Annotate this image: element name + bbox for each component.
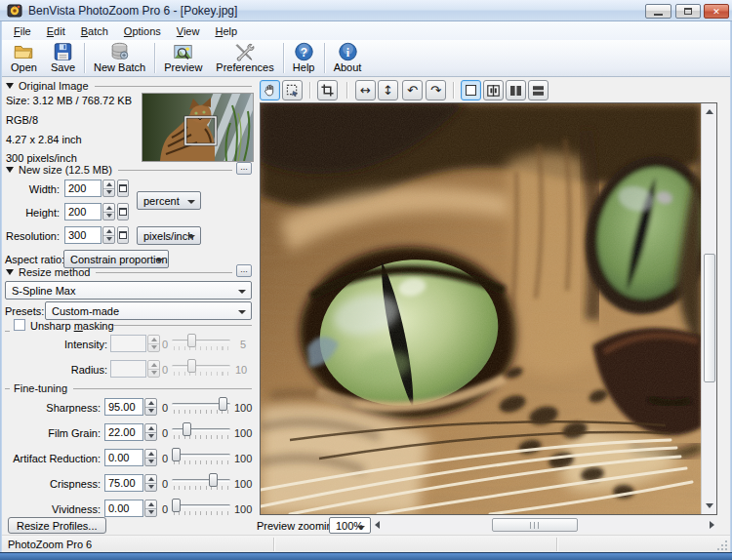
- toolbar-separator: [283, 43, 284, 73]
- width-label: Width:: [5, 183, 60, 195]
- crop-tool-button[interactable]: [317, 80, 338, 100]
- size-unit-dropdown[interactable]: percent: [137, 191, 201, 210]
- horizontal-scrollbar[interactable]: [373, 517, 716, 533]
- collapse-triangle-icon: [6, 83, 14, 89]
- vertical-scroll-thumb[interactable]: [704, 254, 715, 382]
- intensity-label: Intensity:: [29, 339, 107, 350]
- preview-zoom-dropdown[interactable]: 100%: [329, 517, 371, 534]
- height-spinner[interactable]: [102, 203, 115, 220]
- about-label: About: [334, 61, 362, 73]
- window-frame: [0, 21, 2, 552]
- sharpness-input[interactable]: [104, 398, 143, 416]
- flip-vertical-button[interactable]: ↕: [378, 80, 398, 100]
- film-grain-spinner[interactable]: [144, 423, 157, 441]
- original-image-header[interactable]: Original Image: [6, 80, 252, 92]
- scroll-left-icon[interactable]: [375, 521, 380, 529]
- menu-help[interactable]: Help: [207, 23, 245, 39]
- view-single-icon: [466, 85, 476, 96]
- resolution-spinner[interactable]: [102, 226, 115, 244]
- radius-input: [110, 360, 146, 378]
- save-button[interactable]: Save: [44, 40, 82, 76]
- preview-image[interactable]: [261, 103, 702, 514]
- view-split-horizontal-icon: [532, 85, 545, 97]
- title-bar[interactable]: BenVista PhotoZoom Pro 6 - [Pokey.jpg]: [0, 0, 732, 21]
- artifact-reduction-spinner[interactable]: [144, 449, 157, 466]
- vividness-input[interactable]: [104, 500, 143, 517]
- hand-tool-button[interactable]: [260, 80, 280, 100]
- section-title: Fine-tuning: [14, 382, 67, 394]
- scroll-up-icon[interactable]: [706, 109, 713, 114]
- width-spinner[interactable]: [102, 180, 115, 197]
- height-input[interactable]: [64, 203, 102, 220]
- menu-edit[interactable]: Edit: [39, 23, 73, 39]
- resolution-unit-dropdown[interactable]: pixels/inch: [137, 226, 201, 245]
- crispness-label: Crispness:: [5, 478, 101, 490]
- main-toolbar: Open Save New Batch Preview Preferences …: [2, 40, 730, 77]
- section-title: Resize method: [19, 266, 90, 278]
- view-split-horizontal-button[interactable]: [528, 80, 549, 100]
- film-grain-input[interactable]: [104, 423, 143, 441]
- vividness-label: Vividness:: [5, 503, 101, 515]
- sharpness-spinner[interactable]: [144, 398, 157, 416]
- resize-profiles-button[interactable]: Resize Profiles...: [8, 517, 106, 534]
- presets-dropdown[interactable]: Custom-made: [45, 301, 252, 320]
- scroll-down-icon[interactable]: [706, 503, 713, 508]
- maximize-button[interactable]: [675, 4, 701, 19]
- new-size-more-button[interactable]: ...: [236, 162, 252, 175]
- vertical-scrollbar[interactable]: [701, 103, 716, 514]
- help-icon: ?: [293, 41, 315, 62]
- vividness-slider[interactable]: [172, 498, 230, 517]
- width-input[interactable]: [64, 180, 102, 197]
- horizontal-scroll-thumb[interactable]: [492, 518, 578, 532]
- new-batch-button[interactable]: New Batch: [87, 40, 152, 76]
- sharpness-slider[interactable]: [172, 396, 230, 416]
- about-button[interactable]: i About: [327, 40, 369, 76]
- resolution-label: Resolution:: [5, 230, 60, 242]
- vividness-spinner[interactable]: [144, 500, 157, 517]
- height-label: Height:: [5, 207, 60, 219]
- resize-method-more-button[interactable]: ...: [236, 264, 252, 277]
- preview-button[interactable]: Preview: [157, 40, 209, 76]
- view-split-vertical-button[interactable]: [506, 80, 526, 100]
- help-button[interactable]: ? Help: [286, 40, 322, 76]
- chevron-down-icon: [238, 310, 246, 314]
- save-floppy-icon: [52, 41, 74, 62]
- preferences-button[interactable]: Preferences: [209, 40, 280, 76]
- scroll-right-icon[interactable]: [710, 521, 714, 529]
- section-title: Original Image: [19, 80, 89, 92]
- menu-options[interactable]: Options: [116, 23, 169, 39]
- resolution-preset-button[interactable]: [117, 226, 129, 244]
- flip-horizontal-button[interactable]: ↔: [355, 80, 376, 100]
- minimize-button[interactable]: [645, 4, 671, 19]
- section-title: New size (12.5 MB): [19, 164, 112, 176]
- open-button[interactable]: Open: [4, 40, 44, 76]
- crispness-spinner[interactable]: [144, 474, 157, 492]
- menu-file[interactable]: File: [6, 23, 39, 39]
- resize-grip[interactable]: [717, 540, 728, 550]
- menu-view[interactable]: View: [169, 23, 208, 39]
- new-size-header[interactable]: New size (12.5 MB): [6, 164, 232, 176]
- artifact-reduction-input[interactable]: [104, 449, 143, 466]
- rotate-ccw-button[interactable]: ↶: [402, 80, 423, 100]
- artifact-reduction-slider[interactable]: [172, 447, 230, 466]
- presets-label: Presets:: [5, 305, 44, 317]
- height-preset-button[interactable]: [117, 203, 129, 220]
- width-preset-button[interactable]: [117, 180, 129, 197]
- chevron-down-icon: [187, 235, 195, 239]
- crispness-slider[interactable]: [172, 472, 230, 492]
- crispness-input[interactable]: [104, 474, 143, 492]
- view-compare-button[interactable]: [483, 80, 504, 100]
- film-grain-slider[interactable]: [172, 421, 230, 441]
- marquee-tool-button[interactable]: [282, 80, 303, 100]
- view-single-button[interactable]: [461, 80, 481, 100]
- chevron-down-icon: [155, 259, 163, 262]
- original-thumbnail[interactable]: [142, 93, 254, 162]
- close-button[interactable]: ✕: [704, 4, 729, 19]
- menu-batch[interactable]: Batch: [73, 23, 116, 39]
- resize-method-dropdown[interactable]: S-Spline Max: [5, 281, 252, 300]
- rotate-cw-button[interactable]: ↷: [426, 80, 446, 100]
- status-bar: PhotoZoom Pro 6: [2, 535, 730, 552]
- resize-method-header[interactable]: Resize method: [6, 266, 232, 278]
- resolution-input[interactable]: [64, 226, 102, 244]
- unsharp-masking-checkbox[interactable]: [14, 319, 25, 331]
